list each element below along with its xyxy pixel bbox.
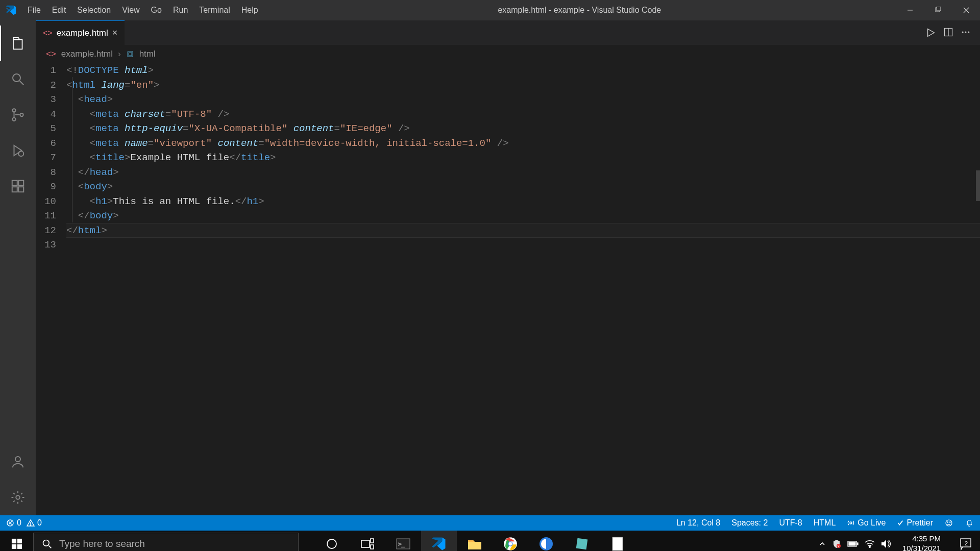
menu-file[interactable]: File	[22, 3, 46, 18]
split-editor-icon[interactable]	[943, 27, 953, 38]
status-encoding[interactable]: UTF-8	[779, 518, 802, 528]
status-prettier[interactable]: Prettier	[897, 518, 933, 528]
svg-point-45	[509, 542, 512, 545]
minimap[interactable]	[971, 63, 980, 78]
menu-selection[interactable]: Selection	[72, 3, 116, 18]
menu-help[interactable]: Help	[236, 3, 263, 18]
tray-wifi-icon[interactable]	[865, 540, 875, 548]
file-explorer-icon[interactable]	[457, 531, 493, 551]
svg-point-21	[968, 32, 969, 33]
menu-go[interactable]: Go	[146, 3, 167, 18]
vscode-app-icon[interactable]	[421, 531, 457, 551]
app-icon-blue[interactable]	[528, 531, 564, 551]
window-controls	[896, 0, 980, 20]
explorer-icon[interactable]	[0, 26, 36, 61]
svg-point-30	[950, 522, 951, 523]
svg-rect-32	[17, 538, 21, 543]
tray-notifications-icon[interactable]: 2	[952, 531, 980, 551]
menu-terminal[interactable]: Terminal	[194, 3, 235, 18]
status-indentation[interactable]: Spaces: 2	[731, 518, 768, 528]
status-feedback-icon[interactable]	[944, 518, 953, 528]
svg-point-7	[12, 109, 15, 112]
maximize-button[interactable]	[924, 0, 952, 20]
source-control-icon[interactable]	[0, 97, 36, 133]
svg-rect-14	[18, 187, 23, 192]
status-errors[interactable]: 0	[6, 518, 21, 528]
svg-point-19	[962, 32, 964, 33]
app-icon-doc[interactable]	[600, 531, 635, 551]
extensions-icon[interactable]	[0, 168, 36, 204]
more-actions-icon[interactable]	[961, 27, 971, 38]
svg-point-28	[946, 520, 952, 526]
editor-area: <> example.html × <> example.html › html…	[36, 20, 980, 515]
app-icon-teal[interactable]	[564, 531, 600, 551]
html-file-icon: <>	[43, 29, 53, 38]
svg-text:2: 2	[965, 540, 968, 546]
close-button[interactable]	[952, 0, 980, 20]
minimize-button[interactable]	[896, 0, 924, 20]
svg-point-27	[850, 522, 852, 524]
menu-edit[interactable]: Edit	[47, 3, 71, 18]
status-cursor-position[interactable]: Ln 12, Col 8	[676, 518, 720, 528]
status-language[interactable]: HTML	[814, 518, 836, 528]
accounts-icon[interactable]	[0, 444, 36, 480]
start-button[interactable]	[0, 531, 33, 551]
code-content[interactable]: <!DOCTYPE html> <html lang="en"> <head> …	[66, 63, 980, 515]
tray-battery-icon[interactable]	[847, 540, 859, 547]
breadcrumb-symbol[interactable]: html	[139, 49, 156, 59]
run-debug-icon[interactable]	[0, 133, 36, 168]
line-gutter: 12345678910111213	[36, 63, 66, 515]
svg-point-16	[16, 495, 20, 499]
tab-example-html[interactable]: <> example.html ×	[36, 20, 125, 45]
taskbar-search[interactable]: Type here to search	[33, 533, 299, 552]
vscode-logo-icon	[5, 4, 17, 16]
search-placeholder: Type here to search	[59, 538, 145, 549]
svg-point-20	[965, 32, 967, 33]
task-view-icon[interactable]	[350, 531, 385, 551]
breadcrumb[interactable]: <> example.html › html	[36, 45, 980, 63]
svg-text:>_: >_	[398, 541, 405, 547]
svg-point-9	[20, 113, 23, 116]
tab-label: example.html	[57, 28, 108, 38]
code-editor[interactable]: 12345678910111213 <!DOCTYPE html> <html …	[36, 63, 980, 515]
breadcrumb-file[interactable]: example.html	[61, 49, 113, 59]
terminal-app-icon[interactable]: >_	[385, 531, 421, 551]
chrome-app-icon[interactable]	[493, 531, 528, 551]
svg-rect-12	[18, 181, 23, 186]
svg-rect-11	[12, 181, 17, 186]
svg-point-15	[15, 457, 20, 462]
search-icon[interactable]	[0, 61, 36, 97]
settings-gear-icon[interactable]	[0, 480, 36, 515]
tab-close-icon[interactable]: ×	[112, 28, 118, 38]
status-bell-icon[interactable]	[965, 518, 974, 528]
menu-bar: File Edit Selection View Go Run Terminal…	[22, 3, 263, 18]
svg-rect-34	[17, 544, 21, 548]
status-bar: 0 0 Ln 12, Col 8 Spaces: 2 UTF-8 HTML Go…	[0, 515, 980, 531]
menu-run[interactable]: Run	[168, 3, 193, 18]
svg-rect-31	[11, 538, 16, 543]
activity-bar	[0, 20, 36, 515]
run-icon[interactable]	[925, 27, 936, 38]
svg-rect-39	[371, 539, 374, 543]
title-bar: File Edit Selection View Go Run Terminal…	[0, 0, 980, 20]
tray-chevron-up-icon[interactable]	[819, 540, 826, 547]
system-tray: x 4:35 PM 10/31/2021 2	[819, 531, 980, 551]
svg-rect-13	[12, 187, 17, 192]
status-golive[interactable]: Go Live	[847, 518, 886, 528]
svg-rect-52	[857, 543, 858, 545]
tab-bar: <> example.html ×	[36, 20, 980, 45]
svg-point-26	[30, 524, 31, 525]
windows-taskbar: Type here to search >_ x 4:35 PM 10/31/2…	[0, 531, 980, 551]
symbol-icon	[126, 50, 134, 58]
svg-rect-53	[849, 542, 855, 545]
tray-security-icon[interactable]: x	[832, 539, 841, 548]
status-warnings[interactable]: 0	[27, 518, 42, 528]
menu-view[interactable]: View	[117, 3, 144, 18]
html-file-icon: <>	[46, 49, 56, 59]
tray-volume-icon[interactable]	[881, 539, 891, 548]
cortana-icon[interactable]	[314, 531, 350, 551]
svg-point-8	[12, 118, 15, 121]
svg-rect-2	[937, 7, 941, 11]
tray-clock[interactable]: 4:35 PM 10/31/2021	[897, 534, 946, 551]
svg-rect-48	[612, 537, 623, 550]
